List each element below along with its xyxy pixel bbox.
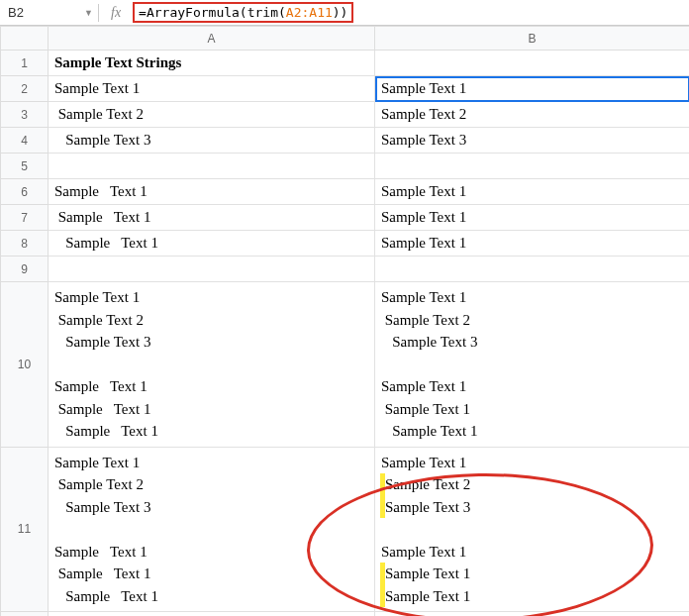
column-header-row: A B	[1, 27, 690, 51]
formula-suffix: ))	[333, 5, 348, 20]
grid-table: A B 1Sample Text Strings2Sample Text 1Sa…	[0, 26, 689, 616]
formula-text: =ArrayFormula(trim(	[139, 5, 286, 20]
table-row: 12	[1, 612, 690, 617]
cell[interactable]: Sample Text 3	[49, 128, 375, 154]
row-header[interactable]: 4	[1, 128, 49, 154]
cell-reference[interactable]: B2	[0, 5, 84, 20]
cell[interactable]: Sample Text 1	[49, 231, 375, 257]
table-row: 2Sample Text 1Sample Text 1	[1, 76, 690, 102]
cell[interactable]: Sample Text 1	[49, 205, 375, 231]
table-row: 5	[1, 154, 690, 179]
table-row: 10Sample Text 1 Sample Text 2 Sample Tex…	[1, 282, 690, 448]
spreadsheet-grid: A B 1Sample Text Strings2Sample Text 1Sa…	[0, 26, 689, 616]
row-header[interactable]: 5	[1, 154, 49, 179]
cell[interactable]: Sample Text 1	[375, 205, 690, 231]
table-row: 4 Sample Text 3Sample Text 3	[1, 128, 690, 154]
cell[interactable]: Sample Text 3	[375, 128, 690, 154]
cell[interactable]	[49, 154, 375, 179]
table-row: 9	[1, 257, 690, 282]
cell[interactable]: Sample Text 1	[375, 179, 690, 205]
table-row: 3 Sample Text 2Sample Text 2	[1, 102, 690, 128]
row-header[interactable]: 3	[1, 102, 49, 128]
cell[interactable]: Sample Text 1	[49, 76, 375, 102]
cell[interactable]	[375, 612, 690, 617]
row-header[interactable]: 12	[1, 612, 49, 617]
cell[interactable]: Sample Text 1	[375, 76, 690, 102]
formula-input[interactable]: =ArrayFormula(trim(A2:A11))	[129, 2, 689, 23]
formula-highlight: =ArrayFormula(trim(A2:A11))	[133, 2, 353, 23]
row-header[interactable]: 10	[1, 282, 49, 448]
cell[interactable]: Sample Text 1Sample Text 2Sample Text 3 …	[375, 447, 690, 612]
chevron-down-icon[interactable]: ▼	[84, 8, 94, 18]
cell[interactable]	[375, 257, 690, 282]
table-row: 6Sample Text 1Sample Text 1	[1, 179, 690, 205]
cell[interactable]: Sample Text 1 Sample Text 2 Sample Text …	[49, 282, 375, 448]
row-header[interactable]: 8	[1, 231, 49, 257]
cell[interactable]	[375, 154, 690, 179]
cell[interactable]: Sample Text 1 Sample Text 2 Sample Text …	[49, 447, 375, 612]
fx-icon[interactable]: fx	[103, 5, 129, 21]
cell[interactable]	[49, 257, 375, 282]
cell[interactable]: Sample Text 2	[49, 102, 375, 128]
row-header[interactable]: 7	[1, 205, 49, 231]
table-row: 7 Sample Text 1Sample Text 1	[1, 205, 690, 231]
table-row: 11Sample Text 1 Sample Text 2 Sample Tex…	[1, 447, 690, 612]
cell[interactable]: Sample Text 1	[375, 231, 690, 257]
row-header[interactable]: 9	[1, 257, 49, 282]
row-header[interactable]: 6	[1, 179, 49, 205]
cell[interactable]	[375, 51, 690, 76]
cell[interactable]: Sample Text 1 Sample Text 2 Sample Text …	[375, 282, 690, 448]
table-row: 1Sample Text Strings	[1, 51, 690, 76]
divider	[98, 4, 99, 22]
cell[interactable]: Sample Text 1	[49, 179, 375, 205]
formula-bar: B2 ▼ fx =ArrayFormula(trim(A2:A11))	[0, 0, 689, 26]
cell[interactable]	[49, 612, 375, 617]
select-all-corner[interactable]	[1, 27, 49, 51]
cell[interactable]: Sample Text 2	[375, 102, 690, 128]
row-header[interactable]: 11	[1, 447, 49, 612]
column-header-b[interactable]: B	[375, 27, 690, 51]
cell[interactable]: Sample Text Strings	[49, 51, 375, 76]
column-header-a[interactable]: A	[49, 27, 375, 51]
table-row: 8 Sample Text 1Sample Text 1	[1, 231, 690, 257]
row-header[interactable]: 2	[1, 76, 49, 102]
formula-range: A2:A11	[286, 5, 333, 20]
row-header[interactable]: 1	[1, 51, 49, 76]
